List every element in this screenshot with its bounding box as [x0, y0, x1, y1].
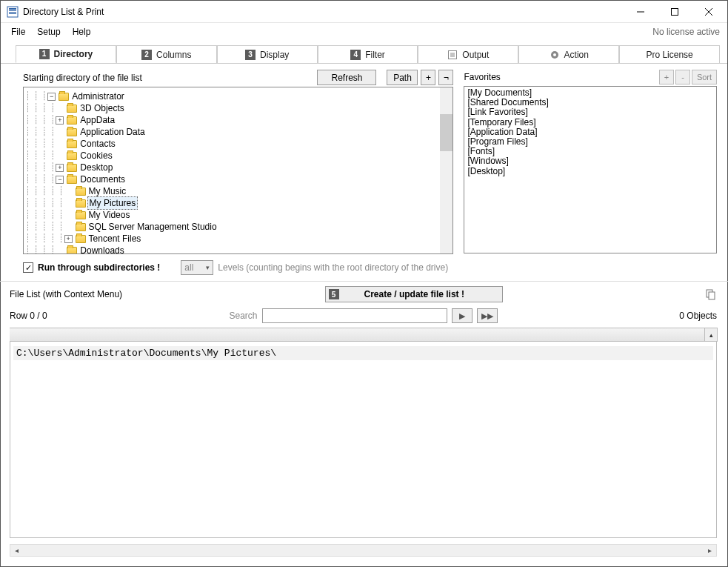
tree-item[interactable]: ┊ ┊ ┊ −Administrator — [25, 90, 451, 102]
search-input[interactable] — [262, 308, 447, 323]
tab-label: Columns — [156, 50, 191, 60]
tab-label: Filter — [365, 50, 385, 60]
tab-pro-license[interactable]: Pro License — [619, 45, 720, 63]
levels-combo-value: all — [184, 262, 193, 273]
run-subdirs-checkbox[interactable]: ✓ — [23, 262, 33, 273]
tree-item-label: Application Data — [80, 126, 144, 138]
file-list-label: File List (with Context Menu) — [10, 289, 122, 299]
search-row: Row 0 / 0 Search ▶ ▶▶ 0 Objects — [1, 307, 727, 328]
folder-icon — [59, 93, 69, 101]
favorite-item[interactable]: [Windows] — [467, 156, 713, 166]
tree-item-label: AppData — [80, 114, 115, 126]
search-skip-button[interactable]: ▶▶ — [477, 308, 498, 323]
tree-item[interactable]: ┊ ┊ ┊ ┊ ┊ SQL Server Management Studio — [25, 221, 451, 233]
output-icon — [447, 50, 458, 60]
tab-label: Action — [564, 50, 589, 60]
scroll-right-icon[interactable]: ▸ — [704, 545, 716, 556]
folder-icon — [76, 199, 86, 208]
fav-remove-button[interactable]: - — [675, 70, 690, 84]
horizontal-scrollbar[interactable]: ◂ ▸ — [10, 544, 717, 557]
search-next-button[interactable]: ▶ — [452, 308, 472, 323]
tree-item[interactable]: ┊ ┊ ┊ ┊ −Documents — [25, 173, 451, 185]
tab-columns[interactable]: 2 Columns — [116, 45, 217, 63]
tree-item[interactable]: ┊ ┊ ┊ ┊ Downloads — [25, 245, 451, 254]
path-button[interactable]: Path — [387, 70, 418, 85]
output-path: C:\Users\Administrator\Documents\My Pict… — [13, 346, 713, 360]
tab-label: Output — [462, 50, 489, 60]
svg-point-14 — [553, 53, 556, 56]
favorite-item[interactable]: [Link Favorites] — [467, 107, 713, 117]
tree-item[interactable]: ┊ ┊ ┊ ┊ Contacts — [25, 138, 451, 150]
tree-scrollbar[interactable] — [440, 87, 453, 253]
add-path-button[interactable]: + — [421, 70, 435, 85]
row-count: Row 0 / 0 — [10, 311, 47, 321]
tree-item[interactable]: ┊ ┊ ┊ ┊ +Desktop — [25, 162, 451, 173]
grid-header[interactable]: ▴ — [10, 328, 717, 342]
maximize-button[interactable] — [658, 1, 692, 23]
menu-setup[interactable]: Setup — [31, 25, 66, 39]
expand-icon[interactable]: + — [56, 164, 64, 172]
tab-filter[interactable]: 4 Filter — [318, 45, 418, 63]
tabs-container: 1 Directory 2 Columns 3 Display 4 Filter… — [1, 41, 727, 64]
tab-directory[interactable]: 1 Directory — [16, 45, 116, 63]
tree-item[interactable]: ┊ ┊ ┊ ┊ ┊ My Pictures — [25, 197, 451, 209]
create-label: Create / update file list ! — [364, 289, 464, 299]
tree-item[interactable]: ┊ ┊ ┊ ┊ ┊ My Music — [25, 185, 451, 197]
tab-action[interactable]: Action — [518, 45, 619, 63]
folder-icon — [76, 223, 86, 231]
menu-file[interactable]: File — [5, 25, 31, 39]
levels-combo[interactable]: all ▾ — [181, 260, 213, 275]
tree-item[interactable]: ┊ ┊ ┊ ┊ +AppData — [25, 114, 451, 126]
tree-item[interactable]: ┊ ┊ ┊ ┊ 3D Objects — [25, 102, 451, 114]
create-update-button[interactable]: 5 Create / update file list ! — [325, 286, 503, 302]
folder-icon — [67, 176, 77, 184]
favorite-item[interactable]: [Application Data] — [467, 127, 713, 137]
tree-item-label: Administrator — [72, 90, 124, 102]
favorites-label: Favorites — [464, 72, 500, 82]
directory-panel: Starting directory of the file list Refr… — [1, 64, 727, 281]
close-button[interactable] — [692, 1, 726, 23]
expand-icon[interactable]: + — [64, 235, 73, 243]
collapse-icon[interactable]: − — [56, 176, 64, 184]
menu-help[interactable]: Help — [67, 25, 97, 39]
directory-tree[interactable]: ┊ ┊ ┊ −Administrator┊ ┊ ┊ ┊ 3D Objects┊ … — [23, 87, 453, 254]
minimize-button[interactable] — [624, 1, 658, 23]
refresh-button[interactable]: Refresh — [317, 70, 376, 85]
menubar: File Setup Help No license active — [1, 23, 727, 41]
tree-item[interactable]: ┊ ┊ ┊ ┊ ┊ My Videos — [25, 209, 451, 221]
folder-icon — [67, 164, 77, 172]
tree-item-label: My Pictures — [87, 196, 138, 210]
scroll-up-icon[interactable]: ▴ — [704, 328, 718, 342]
folder-icon — [67, 247, 77, 255]
tab-label: Directory — [54, 49, 93, 59]
svg-rect-4 — [9, 13, 16, 14]
favorite-item[interactable]: [Desktop] — [467, 167, 713, 176]
tree-item[interactable]: ┊ ┊ ┊ ┊ Application Data — [25, 126, 451, 138]
fav-sort-button[interactable]: Sort — [692, 70, 717, 84]
neg-button[interactable]: ¬ — [438, 70, 453, 85]
folder-icon — [76, 211, 86, 219]
tree-item[interactable]: ┊ ┊ ┊ ┊ Cookies — [25, 150, 451, 162]
folder-icon — [67, 128, 77, 136]
tab-display[interactable]: 3 Display — [217, 45, 318, 63]
scroll-left-icon[interactable]: ◂ — [10, 545, 23, 556]
tab-output[interactable]: Output — [418, 45, 518, 63]
favorite-item[interactable]: [Temporary Files] — [467, 118, 713, 127]
copy-icon[interactable] — [705, 288, 717, 300]
tab-label: Display — [260, 50, 289, 60]
folder-icon — [76, 235, 86, 243]
tree-item[interactable]: ┊ ┊ ┊ ┊ ┊ +Tencent Files — [25, 233, 451, 245]
tree-item-label: 3D Objects — [80, 102, 124, 114]
file-list-grid[interactable]: C:\Users\Administrator\Documents\My Pict… — [10, 342, 717, 538]
favorite-item[interactable]: [Program Files] — [467, 137, 713, 147]
levels-hint: Levels (counting begins with the root di… — [218, 262, 448, 273]
tree-item-label: Downloads — [80, 245, 124, 254]
tree-scroll-thumb[interactable] — [440, 114, 453, 151]
favorites-list[interactable]: [My Documents][Shared Documents][Link Fa… — [464, 86, 717, 253]
svg-rect-1 — [9, 8, 16, 10]
fav-add-button[interactable]: + — [659, 70, 674, 84]
starting-dir-label: Starting directory of the file list — [23, 73, 142, 83]
collapse-icon[interactable]: − — [47, 93, 56, 101]
folder-icon — [76, 188, 86, 196]
expand-icon[interactable]: + — [56, 116, 64, 125]
